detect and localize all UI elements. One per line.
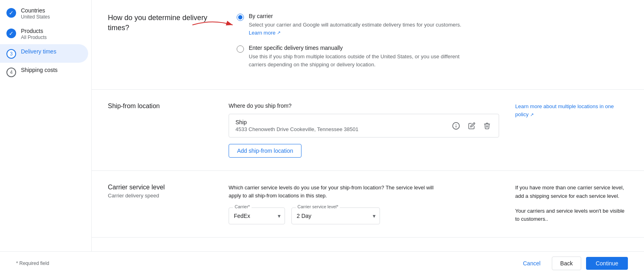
delivery-times-section: How do you determine delivery times? [92,0,644,90]
sidebar-item-countries[interactable]: ✓ Countries United States [0,3,88,24]
radio-manual-label: Enter specific delivery times manually [249,45,474,51]
back-button[interactable]: Back [552,257,581,270]
radio-by-carrier-input[interactable] [237,14,244,21]
sidebar-item-products-title: Products [21,28,47,34]
location-name: Ship [235,119,358,125]
carrier-right: If you have more than one carrier servic… [515,184,628,224]
location-address: 4533 Chenoweth Drive Cookeville, Tenness… [235,126,358,132]
carrier-right-text1: If you have more than one carrier servic… [515,184,628,201]
step-number-4: 4 [6,68,16,77]
delete-button[interactable] [482,121,492,131]
location-info: Ship 4533 Chenoweth Drive Cookeville, Te… [235,119,358,132]
carrier-label: Carrier* [233,204,252,209]
sidebar: ✓ Countries United States ✓ Products All… [0,0,92,251]
radio-options: By carrier Select your carrier and Googl… [213,13,628,76]
radio-by-carrier-label: By carrier [249,13,461,19]
radio-by-carrier-desc: Select your carrier and Google will auto… [249,21,461,37]
service-level-select[interactable]: 2 Day Ground Overnight [297,209,365,222]
edit-button[interactable] [466,121,477,131]
radio-manual: Enter specific delivery times manually U… [237,45,628,68]
carrier-right-text2: Your carriers and service levels won't b… [515,207,628,224]
cancel-button[interactable]: Cancel [516,257,547,270]
radio-manual-input[interactable] [237,45,244,53]
sidebar-item-countries-subtitle: United States [21,14,50,20]
radio-manual-desc: Use this if you ship from multiple locat… [249,53,474,68]
required-field-label: * Required field [16,261,49,266]
arrow-annotation [188,17,237,33]
ship-from-left: Ship-from location [108,103,213,158]
sidebar-item-shipping[interactable]: 4 Shipping costs [0,63,88,81]
ship-from-main: Where do you ship from? Ship 4533 Chenow… [229,103,499,158]
footer: * Required field Cancel Back Continue [0,251,644,275]
check-icon-products: ✓ [6,29,16,38]
ship-from-right: Learn more about multiple locations in o… [515,103,628,158]
continue-button[interactable]: Continue [586,257,628,270]
location-actions [450,120,492,131]
radio-by-carrier: By carrier Select your carrier and Googl… [237,13,628,37]
service-level-label: Carrier service level* [296,204,340,209]
carrier-subtitle: Carrier delivery speed [108,193,213,199]
external-link-icon-2: ↗ [530,112,534,117]
footer-actions: Cancel Back Continue [516,257,628,270]
external-link-icon: ↗ [277,29,281,36]
carrier-title: Carrier service level [108,184,213,191]
sidebar-item-products-subtitle: All Products [21,35,47,40]
location-card: Ship 4533 Chenoweth Drive Cookeville, Te… [229,114,499,138]
service-select-arrow: ▾ [373,213,376,219]
sidebar-item-products[interactable]: ✓ Products All Products [0,24,88,44]
carrier-select-arrow: ▾ [278,213,281,219]
carrier-left: Carrier service level Carrier delivery s… [108,184,213,224]
sidebar-item-countries-title: Countries [21,7,50,14]
ship-from-question: Where do you ship from? [229,103,499,109]
carrier-main: Which carrier service levels do you use … [229,184,499,224]
step-number-3: 3 [6,49,16,59]
selects-row: Carrier* FedEx UPS USPS ▾ Carrier servic… [229,207,499,224]
main-content: How do you determine delivery times? [92,0,644,251]
sidebar-item-shipping-title: Shipping costs [21,67,58,73]
ship-from-section: Ship-from location Where do you ship fro… [92,90,644,171]
learn-more-link[interactable]: Learn more ↗ [249,29,281,37]
sidebar-item-delivery[interactable]: 3 Delivery times [0,44,88,63]
ship-from-title: Ship-from location [108,103,213,110]
carrier-question: Which carrier service levels do you use … [229,184,438,199]
multiple-locations-link[interactable]: Learn more about multiple locations in o… [515,103,614,117]
check-icon: ✓ [6,8,16,18]
add-location-button[interactable]: Add ship-from location [229,144,301,158]
sidebar-item-delivery-title: Delivery times [21,48,56,55]
carrier-select[interactable]: FedEx UPS USPS [234,209,270,222]
info-button[interactable] [450,120,462,131]
carrier-section: Carrier service level Carrier delivery s… [92,171,644,238]
